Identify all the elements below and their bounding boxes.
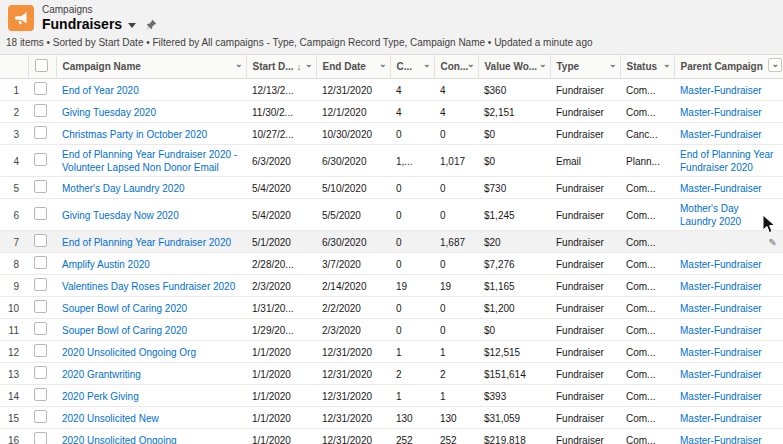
campaign-name-link[interactable]: Souper Bowl of Caring 2020 [62,303,187,314]
campaign-name-link[interactable]: End of Year 2020 [62,85,139,96]
row-checkbox[interactable] [34,126,47,139]
row-checkbox[interactable] [34,388,47,401]
parent-campaign-link[interactable]: Master-Fundraiser [680,435,762,444]
row-checkbox[interactable] [34,278,47,291]
row-checkbox[interactable] [34,344,47,357]
campaign-name-link[interactable]: 2020 Grantwriting [62,369,141,380]
row-checkbox[interactable] [34,104,47,117]
campaign-name-link[interactable]: End of Planning Year Fundraiser 2020 - V… [62,149,237,173]
table-row[interactable]: 7 End of Planning Year Fundraiser 2020 5… [0,231,783,253]
campaign-name-link[interactable]: Giving Tuesday Now 2020 [62,210,179,221]
row-checkbox[interactable] [34,234,47,247]
row-checkbox[interactable] [34,410,47,423]
pin-icon[interactable] [146,19,157,30]
row-checkbox[interactable] [34,300,47,313]
column-header-value-wo[interactable]: Value Wo...⌄ [478,55,550,79]
column-header-campaign-name[interactable]: Campaign Name⌄ [56,55,246,79]
table-row[interactable]: 12 2020 Unsolicited Ongoing Org 1/1/2020… [0,341,783,363]
parent-campaign-link[interactable]: Master-Fundraiser [680,325,762,336]
parent-campaign-link[interactable]: End of Planning Year Fundraiser 2020 [680,149,773,173]
row-checkbox[interactable] [34,322,47,335]
type-cell: Fundraiser [550,407,620,429]
column-label: Type [557,61,580,72]
row-checkbox[interactable] [34,256,47,269]
parent-campaign-link[interactable]: Master-Fundraiser [680,281,762,292]
table-row[interactable]: 2 Giving Tuesday 2020 11/30/2... 12/1/20… [0,101,783,123]
start-date-cell: 10/27/2... [246,123,316,145]
table-row[interactable]: 15 2020 Unsolicited New 1/1/2020 12/31/2… [0,407,783,429]
parent-campaign-link[interactable]: Master-Fundraiser [680,85,762,96]
table-row[interactable]: 9 Valentines Day Roses Fundraiser 2020 2… [0,275,783,297]
chevron-down-icon[interactable]: ⌄ [423,59,431,70]
campaign-name-link[interactable]: Mother's Day Laundry 2020 [62,183,185,194]
table-row[interactable]: 3 Christmas Party in October 2020 10/27/… [0,123,783,145]
select-all-checkbox[interactable] [35,59,48,72]
chevron-down-icon[interactable]: ⌄ [768,58,782,72]
campaign-name-link[interactable]: End of Planning Year Fundraiser 2020 [62,237,231,248]
chevron-down-icon[interactable]: ⌄ [467,59,475,70]
column-header-end-date[interactable]: End Date⌄ [316,55,390,79]
row-checkbox[interactable] [34,366,47,379]
table-row[interactable]: 10 Souper Bowl of Caring 2020 1/31/20...… [0,297,783,319]
column-header-start-d[interactable]: Start D...↓⌄ [246,55,316,79]
parent-campaign-link[interactable]: Master-Fundraiser [680,347,762,358]
table-row[interactable]: 5 Mother's Day Laundry 2020 5/4/2020 5/1… [0,177,783,199]
campaign-name-cell: Giving Tuesday Now 2020 [56,199,246,231]
campaign-name-link[interactable]: Valentines Day Roses Fundraiser 2020 [62,281,235,292]
table-row[interactable]: 1 End of Year 2020 12/13/2... 12/31/2020… [0,79,783,101]
table-row[interactable]: 8 Amplify Austin 2020 2/28/20... 3/7/202… [0,253,783,275]
campaign-name-link[interactable]: Amplify Austin 2020 [62,259,150,270]
start-date-cell: 12/13/2... [246,79,316,101]
parent-campaign-link[interactable]: Master-Fundraiser [680,391,762,402]
column-header-c[interactable]: C...⌄ [390,55,434,79]
chevron-down-icon[interactable]: ⌄ [379,59,387,70]
contacts-cell: 130 [390,407,434,429]
chevron-down-icon[interactable]: ⌄ [305,59,313,70]
chevron-down-icon[interactable]: ⌄ [663,59,671,70]
edit-icon[interactable]: ✎ [769,236,777,249]
table-row[interactable]: 11 Souper Bowl of Caring 2020 1/29/20...… [0,319,783,341]
campaign-name-link[interactable]: Giving Tuesday 2020 [62,107,156,118]
start-date-cell: 1/1/2020 [246,363,316,385]
row-checkbox[interactable] [34,153,47,166]
row-checkbox[interactable] [34,207,47,220]
campaign-name-link[interactable]: 2020 Unsolicited Ongoing [62,435,177,444]
row-number: 4 [0,145,28,177]
type-cell: Fundraiser [550,123,620,145]
column-header-parent-campaign[interactable]: Parent Campaign⌄ [674,55,783,79]
campaign-name-link[interactable]: Souper Bowl of Caring 2020 [62,325,187,336]
row-checkbox[interactable] [34,180,47,193]
campaign-name-link[interactable]: 2020 Unsolicited New [62,413,159,424]
table-row[interactable]: 6 Giving Tuesday Now 2020 5/4/2020 5/5/2… [0,199,783,231]
end-date-cell: 2/14/2020 [316,275,390,297]
chevron-down-icon[interactable]: ⌄ [609,59,617,70]
table-row[interactable]: 13 2020 Grantwriting 1/1/2020 12/31/2020… [0,363,783,385]
list-view-name[interactable]: Fundraisers [42,16,122,33]
converted-cell: 252 [434,429,478,444]
parent-campaign-cell: ✎ [674,231,783,253]
campaign-name-link[interactable]: 2020 Perk Giving [62,391,139,402]
campaign-name-link[interactable]: Christmas Party in October 2020 [62,129,207,140]
column-header-status[interactable]: Status⌄ [620,55,674,79]
start-date-cell: 1/31/20... [246,297,316,319]
column-header-con[interactable]: Con...⌄ [434,55,478,79]
row-checkbox[interactable] [34,432,47,444]
chevron-down-icon[interactable]: ⌄ [235,59,243,70]
campaign-name-link[interactable]: 2020 Unsolicited Ongoing Org [62,347,196,358]
parent-campaign-link[interactable]: Master-Fundraiser [680,259,762,270]
parent-campaign-link[interactable]: Master-Fundraiser [680,183,762,194]
parent-campaign-link[interactable]: Master-Fundraiser [680,369,762,380]
chevron-down-icon[interactable]: ⌄ [539,59,547,70]
parent-campaign-link[interactable]: Master-Fundraiser [680,303,762,314]
parent-campaign-link[interactable]: Master-Fundraiser [680,413,762,424]
table-row[interactable]: 4 End of Planning Year Fundraiser 2020 -… [0,145,783,177]
column-header-type[interactable]: Type⌄ [550,55,620,79]
converted-cell: 0 [434,177,478,199]
parent-campaign-link[interactable]: Mother's Day Laundry 2020 [680,203,741,227]
table-row[interactable]: 14 2020 Perk Giving 1/1/2020 12/31/2020 … [0,385,783,407]
table-row[interactable]: 16 2020 Unsolicited Ongoing 1/1/2020 12/… [0,429,783,444]
row-checkbox[interactable] [34,82,47,95]
list-view-selector-caret-icon[interactable] [128,23,136,28]
parent-campaign-link[interactable]: Master-Fundraiser [680,129,762,140]
parent-campaign-link[interactable]: Master-Fundraiser [680,107,762,118]
